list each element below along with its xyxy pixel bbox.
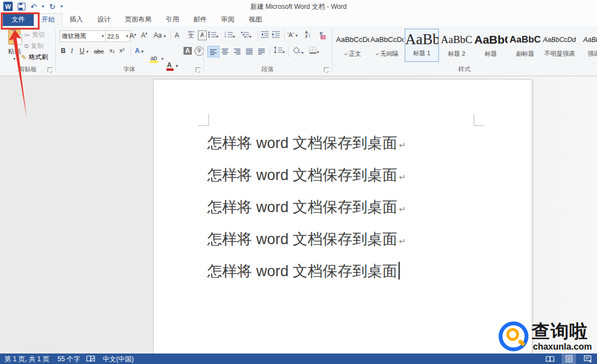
text-effects-button[interactable]: A ▾ [135, 47, 144, 55]
style-normal[interactable]: AaBbCcDd ↵正文 [336, 30, 369, 61]
tab-design[interactable]: 设计 [90, 13, 118, 26]
superscript-button[interactable]: x² [119, 47, 124, 54]
increase-indent-button[interactable] [272, 31, 280, 40]
font-group: 微软雅黑 ▾ 22.5 ▾ A▴ A▾ Aa ▾ A wén 文 [55, 26, 203, 75]
style-heading2[interactable]: AaBbC 标题 2 [440, 30, 473, 61]
decrease-indent-button[interactable] [261, 31, 269, 40]
style-title[interactable]: AaBbC 标题 [474, 30, 507, 61]
document-text[interactable]: 怎样将 word 文档保存到桌面↵ 怎样将 word 文档保存到桌面↵ 怎样将 … [207, 128, 495, 286]
bullet-list-icon [208, 31, 216, 38]
print-layout-button[interactable] [562, 354, 576, 364]
align-left-icon [210, 49, 217, 55]
align-center-button[interactable] [219, 46, 231, 56]
customize-qat-button[interactable]: ▾ [60, 4, 62, 9]
doc-line[interactable]: 怎样将 word 文档保存到桌面↵ [207, 160, 495, 192]
numbered-list-icon: 123 [224, 31, 233, 38]
clipboard-dialog-launcher[interactable] [48, 67, 53, 72]
shading-button[interactable]: ▾ [292, 46, 303, 56]
style-heading1[interactable]: AaBb 标题 1 [405, 29, 439, 62]
bold-button[interactable]: B [61, 47, 66, 55]
tab-view[interactable]: 视图 [242, 13, 269, 26]
multilevel-list-button[interactable]: ▾ [241, 31, 252, 40]
copy-button[interactable]: ⧉ 复制 [24, 42, 44, 50]
word-logo-icon: W [3, 2, 13, 11]
grow-font-button[interactable]: A▴ [129, 31, 136, 40]
language-indicator[interactable]: 中文(中国) [103, 355, 134, 364]
quick-access-toolbar: W ↶ ▾ ↻ ▾ [3, 2, 63, 11]
format-painter-button[interactable]: ✎ 格式刷 [21, 53, 48, 61]
shrink-font-button[interactable]: A▾ [141, 31, 148, 39]
word-count[interactable]: 55 个字 [57, 355, 80, 364]
tab-file[interactable]: 文件 [3, 13, 34, 26]
underline-button[interactable]: U [80, 47, 85, 55]
svg-text:3: 3 [224, 36, 226, 39]
borders-icon [309, 46, 317, 54]
tab-page-layout[interactable]: 页面布局 [118, 13, 159, 26]
doc-line[interactable]: 怎样将 word 文档保存到桌面↵ [207, 128, 495, 160]
align-left-button[interactable] [207, 46, 219, 57]
subscript-button[interactable]: x₂ [109, 47, 115, 54]
font-size-combobox[interactable]: 22.5 ▾ [105, 30, 130, 42]
font-name-combobox[interactable]: 微软雅黑 ▾ [60, 30, 106, 42]
align-right-icon [233, 48, 241, 55]
scissors-icon: ✂ [24, 31, 30, 39]
doc-line[interactable]: 怎样将 word 文档保存到桌面 [207, 256, 495, 286]
align-center-icon [221, 48, 229, 55]
cut-button[interactable]: ✂ 剪切 [24, 31, 45, 39]
print-layout-icon [565, 355, 573, 362]
asian-layout-button[interactable]: 'A' ▾ [287, 31, 298, 38]
undo-button[interactable]: ↶ [30, 2, 37, 11]
tab-mailings[interactable]: 邮件 [186, 13, 214, 26]
tab-insert[interactable]: 插入 [62, 13, 90, 26]
redo-button[interactable]: ↻ [49, 2, 56, 11]
style-subtitle[interactable]: AaBbC 副标题 [509, 30, 542, 61]
justify-button[interactable] [244, 46, 255, 56]
font-dialog-launcher[interactable] [196, 67, 201, 72]
show-marks-button[interactable]: ¶ [320, 31, 323, 39]
sort-button[interactable]: AZ ↓ [305, 30, 311, 38]
ribbon-tab-row: 文件 开始 插入 设计 页面布局 引用 邮件 审阅 视图 [0, 13, 597, 26]
change-case-button[interactable]: Aa ▾ [154, 31, 166, 39]
distribute-icon [258, 48, 265, 55]
read-mode-button[interactable] [543, 354, 557, 364]
style-emphasis[interactable]: AaBbC 强调 [577, 30, 597, 61]
paragraph-dialog-launcher[interactable] [324, 67, 329, 72]
multilevel-list-icon [241, 31, 249, 38]
proofing-status-icon[interactable] [86, 355, 95, 364]
ribbon: 粘贴 ▾ ✂ 剪切 ⧉ 复制 ✎ 格式刷 剪贴板 微软雅黑 ▾ [0, 26, 597, 76]
page-indicator[interactable]: 第 1 页, 共 1 页 [4, 355, 49, 364]
paragraph-mark: ↵ [399, 140, 406, 150]
align-right-button[interactable] [232, 46, 243, 56]
distribute-button[interactable] [256, 46, 267, 56]
title-bar: W ↶ ▾ ↻ ▾ 新建 Microsoft Word 文档 - Word [0, 0, 597, 13]
style-subtle-emphasis[interactable]: AaBbCcDd 不明显强调 [543, 30, 576, 61]
italic-button[interactable]: I [71, 47, 73, 55]
undo-dropdown-icon[interactable]: ▾ [42, 4, 44, 9]
enclose-characters-button[interactable]: 字 [195, 46, 204, 56]
document-page[interactable]: 怎样将 word 文档保存到桌面↵ 怎样将 word 文档保存到桌面↵ 怎样将 … [153, 79, 532, 355]
web-layout-icon [584, 355, 591, 362]
bullets-button[interactable]: ▾ [208, 31, 218, 40]
line-spacing-button[interactable]: ▾ [274, 46, 285, 55]
style-no-spacing[interactable]: AaBbCcDd ↵无间隔 [370, 30, 404, 61]
borders-button[interactable]: ▾ [309, 46, 319, 55]
phonetic-guide-button[interactable]: wén 文 [188, 30, 194, 39]
save-button[interactable] [18, 3, 25, 10]
chevron-down-icon: ▾ [102, 34, 104, 39]
watermark-domain: chaxunla.com [533, 342, 592, 352]
numbering-button[interactable]: 123 ▾ [224, 31, 235, 40]
tab-review[interactable]: 审阅 [214, 13, 242, 26]
tab-references[interactable]: 引用 [159, 13, 186, 26]
character-shading-button[interactable]: A [184, 47, 192, 55]
web-layout-button[interactable] [580, 354, 595, 364]
doc-line[interactable]: 怎样将 word 文档保存到桌面↵ [207, 224, 495, 256]
underline-dropdown-icon[interactable]: ▾ [86, 49, 88, 54]
tab-home[interactable]: 开始 [34, 13, 62, 26]
paste-button[interactable]: 粘贴 ▾ [3, 29, 25, 70]
doc-line[interactable]: 怎样将 word 文档保存到桌面↵ [207, 192, 495, 224]
justify-icon [245, 48, 253, 55]
paragraph-mark: ↵ [399, 204, 406, 214]
paste-icon [8, 29, 20, 45]
document-workspace: 怎样将 word 文档保存到桌面↵ 怎样将 word 文档保存到桌面↵ 怎样将 … [0, 76, 597, 354]
strikethrough-button[interactable]: abc [94, 48, 104, 55]
